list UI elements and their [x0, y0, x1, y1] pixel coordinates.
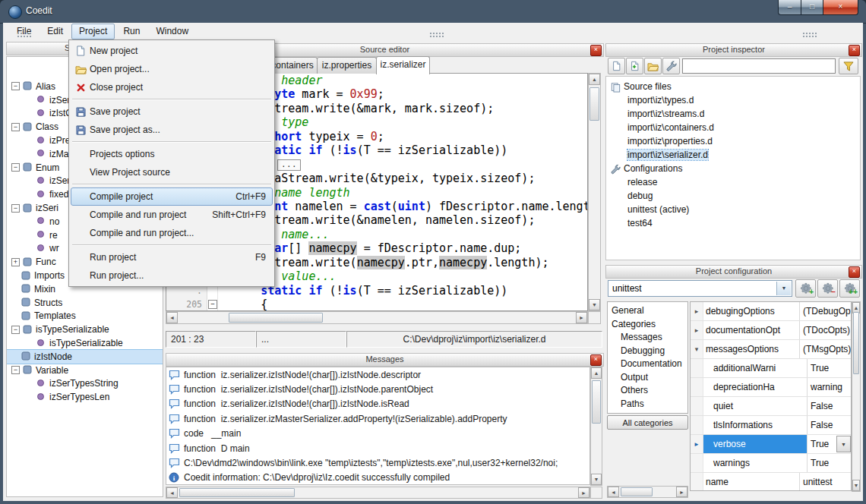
source-editor-close-icon[interactable]: × — [590, 45, 602, 56]
menu-item-run-project[interactable]: Run projectF9 — [71, 248, 273, 266]
close-button[interactable]: × — [823, 0, 858, 15]
property-value[interactable]: True▼ — [808, 435, 851, 453]
minimize-button[interactable]: – — [778, 0, 801, 15]
property-row-tlsinformations[interactable]: tlsInformationsFalse — [691, 416, 851, 435]
scroll-arrow-icon[interactable]: ▲ — [591, 367, 602, 379]
property-row-name[interactable]: nameunittest — [691, 473, 851, 491]
menu-edit[interactable]: Edit — [40, 24, 71, 39]
symbol-item-izistnode[interactable]: izIstNode — [7, 350, 163, 364]
categories-horizontal-scrollbar[interactable]: ◄► — [607, 486, 688, 498]
category-output[interactable]: Output — [608, 371, 687, 385]
property-row-additionalwarni[interactable]: additionalWarniTrue — [691, 359, 851, 378]
inspector-item-source-files[interactable]: Source files — [606, 80, 860, 93]
message-item[interactable]: code __main — [166, 427, 589, 441]
property-value[interactable]: (TDebugOp — [800, 302, 851, 320]
message-item[interactable]: function D main — [166, 441, 589, 455]
property-value[interactable]: True — [808, 454, 851, 472]
symbol-item-izsertypeslen[interactable]: izSerTypesLen — [7, 390, 163, 404]
menu-project[interactable]: Project — [71, 24, 115, 39]
dock-grip-center[interactable] — [429, 32, 444, 37]
property-value[interactable]: False — [808, 416, 851, 434]
category-general[interactable]: General — [608, 304, 687, 318]
code-line[interactable]: 205− { — [166, 298, 587, 311]
category-paths[interactable]: Paths — [608, 398, 687, 411]
scroll-thumb[interactable] — [592, 380, 601, 424]
tools-button[interactable] — [662, 58, 680, 74]
message-item[interactable]: function iz.serializer.izMasterSerialize… — [166, 411, 589, 426]
editor-vertical-scrollbar[interactable]: ▲▼ — [588, 73, 601, 311]
inspector-item-import-iz-streams-d[interactable]: import\iz\streams.d — [606, 107, 860, 121]
inspector-item-unittest-active[interactable]: unittest (active) — [606, 203, 860, 216]
menu-run[interactable]: Run — [115, 24, 147, 39]
all-categories-button[interactable]: All categories — [607, 415, 688, 430]
property-value[interactable]: False — [808, 397, 851, 415]
inspector-item-import-iz-serializer-d[interactable]: import\iz\serializer.d — [606, 148, 860, 162]
menu-item-compile-and-run-project[interactable]: Compile and run projectShift+Ctrl+F9 — [71, 206, 273, 224]
add-configuration-button[interactable]: + — [795, 279, 816, 298]
category-categories[interactable]: Categories — [608, 318, 687, 332]
property-expander-icon[interactable]: ▸ — [691, 321, 703, 339]
menu-item-open-project[interactable]: Open project... — [71, 60, 273, 78]
fold-collapse-box[interactable]: − — [208, 300, 217, 309]
tree-expander[interactable]: − — [11, 204, 20, 213]
menu-item-new-project[interactable]: New project — [71, 42, 273, 60]
project-configuration-header[interactable]: Project configuration × — [605, 265, 862, 279]
property-value[interactable]: (TDocOpts) — [800, 321, 851, 339]
new-file-button[interactable] — [608, 58, 625, 74]
message-item[interactable]: iCoedit information: C:\Dev\dproj\iz\Iz.… — [166, 471, 589, 485]
menu-item-save-project-as[interactable]: Save project as... — [71, 121, 273, 139]
scroll-thumb[interactable] — [229, 313, 323, 323]
property-row-documentationopt[interactable]: ▸documentationOpt(TDocOpts) — [691, 321, 851, 340]
dock-grip-left[interactable] — [17, 32, 32, 37]
property-value[interactable]: warning — [808, 378, 851, 396]
menu-item-view-project-source[interactable]: View Project source — [71, 163, 273, 181]
scroll-thumb[interactable] — [589, 87, 599, 121]
message-item[interactable]: C:\Dev\dmd2\windows\bin\link.exe "temp\i… — [166, 455, 589, 470]
filter-button[interactable] — [839, 58, 858, 74]
symbol-item-istypeserializable[interactable]: −isTypeSerializable — [7, 323, 163, 336]
scroll-thumb[interactable] — [179, 488, 295, 497]
message-item[interactable]: function iz.serializer.izIstNode!(char[]… — [166, 382, 589, 396]
scroll-arrow-icon[interactable]: ▼ — [589, 299, 600, 310]
inspector-item-import-iz-containers-d[interactable]: import\iz\containers.d — [606, 121, 860, 134]
menu-item-compile-and-run-project[interactable]: Compile and run project... — [71, 224, 273, 242]
add-file-button[interactable] — [626, 58, 643, 74]
scroll-arrow-icon[interactable]: ▼ — [591, 474, 602, 485]
scroll-arrow-icon[interactable]: ► — [578, 487, 589, 498]
menu-item-save-project[interactable]: Save project — [71, 102, 273, 121]
remove-configuration-button[interactable]: − — [817, 279, 838, 298]
scroll-thumb[interactable] — [853, 312, 859, 374]
tree-expander[interactable]: − — [11, 123, 20, 131]
tree-expander[interactable]: − — [11, 326, 20, 334]
tree-expander[interactable]: − — [11, 366, 20, 374]
property-expander-icon[interactable]: ▾ — [691, 340, 703, 358]
combo-dropdown-icon[interactable]: ▼ — [776, 282, 791, 295]
project-configuration-close-icon[interactable]: × — [849, 266, 860, 278]
property-row-warnings[interactable]: warningsTrue — [691, 454, 851, 473]
property-value[interactable]: True — [808, 359, 851, 377]
property-row-messagesoptions[interactable]: ▾messagesOptions(TMsgOpts) — [691, 340, 851, 359]
titlebar[interactable]: Coedit – □ × — [0, 0, 866, 24]
scroll-arrow-icon[interactable]: ▲ — [589, 74, 600, 85]
category-debugging[interactable]: Debugging — [608, 345, 687, 358]
message-item[interactable]: function iz.serializer.izIstNode!(char[]… — [166, 397, 589, 411]
open-folder-button[interactable] — [644, 58, 662, 74]
property-value[interactable]: (TMsgOpts) — [800, 340, 851, 358]
menu-window[interactable]: Window — [148, 24, 196, 39]
tree-expander[interactable]: − — [11, 82, 20, 90]
property-expander-icon[interactable]: ▸ — [691, 302, 703, 320]
scroll-arrow-icon[interactable]: ► — [676, 487, 687, 497]
inspector-filter-input[interactable] — [682, 58, 836, 74]
messages-vertical-scrollbar[interactable]: ▲▼ — [590, 367, 602, 486]
tab-iz-serializer[interactable]: iz.serializer — [376, 56, 430, 74]
tree-expander[interactable]: − — [11, 163, 20, 172]
symbol-item-variable[interactable]: −Variable — [7, 364, 163, 377]
inspector-item-configurations[interactable]: Configurations — [606, 162, 860, 175]
grid-vertical-scrollbar[interactable]: ▲▼ — [852, 301, 861, 492]
messages-header[interactable]: Messages × — [166, 353, 604, 367]
symbol-item-istypeserializable[interactable]: isTypeSerializable — [7, 336, 163, 350]
scroll-arrow-icon[interactable]: ► — [576, 312, 587, 323]
menu-item-projects-options[interactable]: Projects options — [71, 145, 273, 163]
scroll-arrow-icon[interactable]: ◄ — [166, 487, 178, 498]
property-row-quiet[interactable]: quietFalse — [691, 397, 851, 416]
